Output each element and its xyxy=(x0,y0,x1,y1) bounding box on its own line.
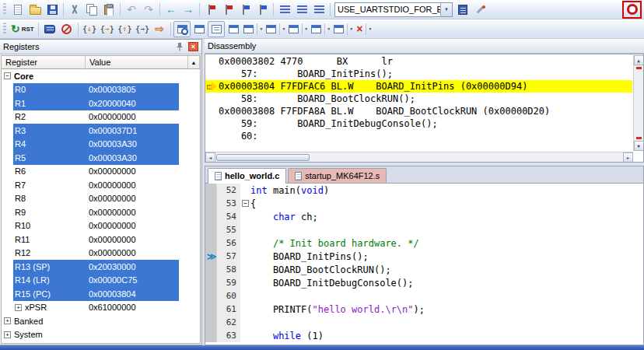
watch-window-dropdown-icon[interactable]: ▼ xyxy=(279,23,285,35)
step-into-button[interactable]: {↓} xyxy=(81,21,99,37)
step-over-button[interactable]: {→} xyxy=(98,21,116,37)
disassembly-line[interactable]: 58: BOARD_BootClockRUN(); xyxy=(205,93,632,105)
navigate-forward-button[interactable]: → xyxy=(180,2,197,18)
scroll-up-icon[interactable]: ▲ xyxy=(634,55,644,65)
register-row-R12[interactable]: R120x00000000 xyxy=(2,247,179,261)
disassembly-line[interactable]: 59: BOARD_InitDebugConsole(); xyxy=(205,117,632,130)
help-book-button[interactable] xyxy=(41,21,58,37)
register-row-R4[interactable]: R40x00003A30 xyxy=(2,138,179,152)
step-out-button[interactable]: {↑} xyxy=(116,21,134,37)
memory-window-dropdown-icon[interactable]: ▼ xyxy=(257,23,263,35)
editor-tab-hello_world.c[interactable]: hello_world.c xyxy=(208,168,286,183)
configure-tools-button[interactable] xyxy=(471,2,488,18)
disassembly-line[interactable]: 0x00003802 4770 BX lr xyxy=(205,55,632,68)
code-line[interactable]: 53−{ xyxy=(205,197,643,210)
code-line[interactable]: 63 while (1) xyxy=(205,329,643,342)
project-options-button[interactable] xyxy=(454,2,471,18)
editor-tab-startup_MK64F12.s[interactable]: startup_MK64F12.s xyxy=(288,168,387,183)
open-file-button[interactable] xyxy=(26,2,44,18)
register-row-Banked[interactable]: +Banked xyxy=(2,314,179,328)
register-row-R14LR[interactable]: R14 (LR)0x00000C75 xyxy=(2,274,179,288)
reset-target-button[interactable]: ↻RST xyxy=(9,21,36,37)
disassembly-window-button[interactable] xyxy=(173,21,191,37)
register-row-R11[interactable]: R110x00000000 xyxy=(2,233,179,247)
register-row-R6[interactable]: R60x00000000 xyxy=(2,165,179,179)
code-line[interactable]: 56 /* Init board hardware. */ xyxy=(205,236,643,250)
watch-window-button[interactable]: ▼ xyxy=(264,21,287,37)
save-file-button[interactable] xyxy=(44,2,61,18)
register-row-R9[interactable]: R90x00000000 xyxy=(2,205,179,219)
code-line[interactable]: 58 BOARD_BootClockRUN(); xyxy=(205,263,643,276)
shift-right-button[interactable] xyxy=(293,2,310,18)
toolbar-grip[interactable] xyxy=(3,3,6,16)
disassembly-view[interactable]: 0x00003802 4770 BX lr 57: BOARD_InitPins… xyxy=(205,54,644,163)
register-row-xPSR[interactable]: +xPSR0x61000000 xyxy=(2,301,179,315)
pin-icon[interactable] xyxy=(174,41,185,52)
tree-minus-icon[interactable]: − xyxy=(4,72,11,79)
register-row-R3[interactable]: R30x000037D1 xyxy=(2,124,179,138)
toolbar-grip[interactable] xyxy=(3,23,6,35)
code-line[interactable]: 62 xyxy=(205,316,643,329)
register-row-R7[interactable]: R70x00000000 xyxy=(2,178,179,192)
register-row-R8[interactable]: R80x00000000 xyxy=(2,192,179,206)
close-panel-button[interactable]: × xyxy=(188,42,198,51)
trace-window-dropdown-icon[interactable]: ▼ xyxy=(347,23,353,35)
navigate-back-button[interactable]: ← xyxy=(163,2,180,18)
peripheral-window-button[interactable]: ▼ xyxy=(310,21,332,37)
insert-breakpoint-button[interactable] xyxy=(202,2,219,18)
peripheral-window-dropdown-icon[interactable]: ▼ xyxy=(324,23,331,35)
analysis-tools-dropdown-icon[interactable]: ▼ xyxy=(366,23,372,35)
disassembly-horizontal-scrollbar[interactable]: ◄ ► xyxy=(205,152,633,162)
copy-button[interactable] xyxy=(83,2,100,18)
code-editor[interactable]: 52int main(void)53−{54 char ch;5556 /* I… xyxy=(205,184,643,345)
scroll-right-icon[interactable]: ► xyxy=(623,152,633,163)
register-row-System[interactable]: +System xyxy=(2,328,179,342)
disassembly-line[interactable]: 60: xyxy=(205,130,632,142)
code-line[interactable]: 55 xyxy=(205,223,643,236)
register-row-R0[interactable]: R00x00003805 xyxy=(2,83,179,97)
code-line[interactable]: 61 PRINTF("hello world.\r\n"); xyxy=(205,303,643,316)
register-window-button[interactable]: ▼ xyxy=(287,21,310,37)
fold-collapse-icon[interactable]: − xyxy=(242,200,249,207)
tree-plus-icon[interactable]: + xyxy=(15,304,22,311)
stop-debugging-button[interactable] xyxy=(58,21,75,37)
cut-button[interactable] xyxy=(66,2,83,18)
paste-button[interactable] xyxy=(100,2,117,18)
analysis-tools-button[interactable]: ×▼ xyxy=(355,21,373,37)
register-row-R10[interactable]: R100x00000000 xyxy=(2,219,179,233)
new-file-button[interactable] xyxy=(9,2,26,18)
register-row-R1[interactable]: R10x20000040 xyxy=(2,96,179,110)
register-row-R15PC[interactable]: R15 (PC)0x00003804 xyxy=(2,287,179,301)
register-window-dropdown-icon[interactable]: ▼ xyxy=(302,23,308,35)
disassembly-line[interactable]: 0x00003804 F7FDFAC6 BL.W BOARD_InitPins … xyxy=(205,80,632,93)
redo-button[interactable]: ↷ xyxy=(140,2,157,18)
column-header-value[interactable]: Value xyxy=(86,56,188,69)
column-header-register[interactable]: Register xyxy=(2,56,86,69)
scroll-up-icon[interactable]: ▲ xyxy=(188,56,200,69)
code-line[interactable]: 54 char ch; xyxy=(205,210,643,223)
shift-left-button[interactable] xyxy=(276,2,293,18)
register-row-R13SP[interactable]: R13 (SP)0x20030000 xyxy=(2,260,179,274)
trace-window-button[interactable]: ▼ xyxy=(332,21,355,37)
enable-breakpoint-button[interactable] xyxy=(236,2,254,18)
memory-window-button[interactable]: ▼ xyxy=(242,21,264,37)
tree-plus-icon[interactable]: + xyxy=(4,317,11,324)
highlighted-red-circle-tool-button[interactable] xyxy=(622,1,642,19)
code-line[interactable]: ≫57 BOARD_InitPins(); xyxy=(205,250,643,263)
scroll-down-icon[interactable]: ▼ xyxy=(634,141,644,151)
register-row-R2[interactable]: R20x00000000 xyxy=(2,110,179,124)
register-row-Core[interactable]: −Core xyxy=(2,69,179,83)
comment-block-button[interactable] xyxy=(310,2,327,18)
build-config-dropdown-icon[interactable]: ▼ xyxy=(440,3,452,16)
disassembly-line[interactable]: 57: BOARD_InitPins(); xyxy=(205,68,632,80)
step-instruction-button[interactable]: {→} xyxy=(134,21,152,37)
run-to-cursor-button[interactable]: ⇨ xyxy=(151,21,168,37)
code-line[interactable]: 60 xyxy=(205,289,643,303)
register-row-R5[interactable]: R50x00003A30 xyxy=(2,151,179,165)
scrollbar-thumb[interactable] xyxy=(216,154,310,161)
tree-plus-icon[interactable]: + xyxy=(4,331,11,338)
build-config-combo[interactable]: USE_UARTSTDIO_FOR_EF▼ xyxy=(334,2,453,17)
disassembly-vertical-scrollbar[interactable]: ▲ ▼ xyxy=(633,55,643,151)
scroll-left-icon[interactable]: ◄ xyxy=(205,152,215,163)
disable-breakpoint-button[interactable] xyxy=(254,2,271,18)
